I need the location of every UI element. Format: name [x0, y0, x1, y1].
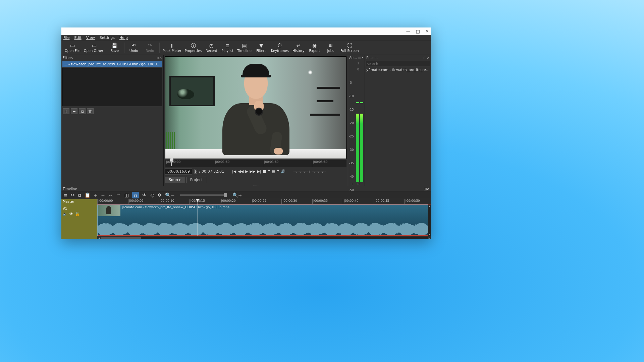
timeline-ripple-all-button[interactable]: ✻ [158, 192, 162, 198]
timeline-split-button[interactable]: ◫ [124, 192, 129, 198]
toolbar-redo[interactable]: ↷Redo [142, 41, 158, 55]
filters-source-name[interactable]: ... - ticwatch_pro_lte_review_GO0SGOwnZg… [62, 61, 162, 67]
toolbar-save[interactable]: 💾Save [107, 41, 122, 55]
timecode-current[interactable]: 00:00:16:09 [165, 168, 192, 175]
menu-help[interactable]: Help [119, 36, 128, 40]
timeline-tracks-area[interactable]: |00:00:00|00:00:05|00:00:10|00:00:15|00:… [97, 199, 431, 239]
toolbar-playlist[interactable]: ≣Playlist [220, 41, 235, 55]
rewind-button[interactable]: ◀◀ [238, 169, 244, 174]
timeline-vscrollbar[interactable]: ▴▾ [428, 204, 431, 236]
toolbar-timeline[interactable]: ▤Timeline [236, 41, 253, 55]
ruler-tick: |00:00:35 [312, 199, 328, 204]
timeline-label: Timeline [237, 49, 252, 53]
meter-scale-value: -35 [349, 162, 354, 165]
toolbar-undo[interactable]: ↶Undo [126, 41, 142, 55]
timeline-copy-button[interactable]: ⧉ [78, 192, 81, 198]
menu-file[interactable]: File [63, 36, 69, 40]
filters-panel-title: Filters [63, 56, 73, 60]
menu-edit[interactable]: Edit [74, 36, 81, 40]
tab-source[interactable]: Source [165, 177, 185, 183]
timeline-scrub-audio-button[interactable]: 👁 [142, 192, 147, 198]
filter-copy-button[interactable]: ⧉ [79, 108, 86, 114]
volume-button[interactable]: 🔊 [281, 169, 285, 174]
skip-start-button[interactable]: |◀ [232, 169, 236, 174]
timeline-lift-button[interactable]: ︿ [108, 192, 113, 198]
meter-scale-value: -25 [349, 135, 354, 138]
filters-panel: Filters ◫✕ ... - ticwatch_pro_lte_review… [61, 55, 164, 186]
maximize-button[interactable]: □ [416, 29, 420, 34]
filters-list[interactable] [62, 68, 162, 106]
close-button[interactable]: ✕ [425, 29, 429, 34]
timeline-snap-button[interactable]: ∩ [132, 192, 139, 198]
timeline-zoom-slider[interactable] [180, 194, 227, 196]
timeline-ripple-button[interactable]: ◎ [150, 192, 154, 198]
timeline-playhead[interactable] [198, 199, 198, 236]
filters-close-icon[interactable]: ✕ [159, 56, 162, 60]
recent-search-input[interactable] [366, 61, 430, 66]
tab-project[interactable]: Project [186, 177, 207, 183]
timeline-panel-title: Timeline [63, 187, 77, 191]
clip-thumbnail [98, 205, 120, 216]
keyframes-label: Keyframes [271, 49, 289, 53]
ruler-tick: |00:00:00 [97, 199, 113, 204]
timeline-track-label[interactable]: V1 [61, 206, 97, 211]
timeline-detach-icon[interactable]: ◫ [424, 187, 427, 191]
toolbar-jobs[interactable]: ≋Jobs [323, 41, 338, 55]
timeline-clip[interactable]: y2mate.com - ticwatch_pro_lte_review_GO0… [97, 204, 431, 236]
toolbar-full-screen[interactable]: ⛶Full Screen [339, 41, 360, 55]
timeline-paste-button[interactable]: 📋 [85, 192, 90, 198]
grid-button[interactable]: ▦ [272, 169, 275, 174]
toolbar-peak-meter[interactable]: ⫿Peak Meter [161, 41, 183, 55]
toolbar-properties[interactable]: ⓘProperties [183, 41, 203, 55]
timecode-spinner[interactable]: ▲▼ [194, 169, 197, 174]
video-preview[interactable] [165, 56, 346, 159]
panel-gripper[interactable]: ······ [164, 184, 348, 186]
track-lock-icon[interactable]: 🔓 [75, 212, 80, 216]
menu-view[interactable]: View [86, 36, 95, 40]
transport-bar: 00:00:16:09 ▲▼ / 00:07:32:01 |◀ ◀◀ ▶ ▶▶ … [165, 168, 346, 175]
toolbar-filters[interactable]: ▼Filters [254, 41, 269, 55]
timeline-close-icon[interactable]: ✕ [427, 187, 430, 191]
recent-close-icon[interactable]: ✕ [427, 56, 430, 60]
toolbar-open-file[interactable]: ▭Open File [63, 41, 82, 55]
timeline-hscrollbar[interactable]: ◂▸ [97, 236, 431, 239]
timeline-zoom-out-button[interactable]: 🔍− [165, 192, 175, 198]
timeline-menu-button[interactable]: ≡ [63, 192, 67, 198]
track-hide-icon[interactable]: 👁 [69, 212, 73, 216]
filter-add-button[interactable]: + [63, 108, 69, 114]
recent-detach-icon[interactable]: ◫ [423, 56, 426, 60]
meter-scale-value: -30 [349, 148, 354, 152]
recent-item[interactable]: y2mate.com - ticwatch_pro_lte_review_… [365, 67, 431, 72]
toolbar-open-other[interactable]: ▭Open Other` [83, 41, 106, 55]
timeline-cut-button[interactable]: ✂ [71, 192, 75, 198]
timeline-remove-button[interactable]: − [101, 192, 105, 198]
toolbar-keyframes[interactable]: ⏱Keyframes [270, 41, 290, 55]
toolbar-history[interactable]: ↩History [291, 41, 306, 55]
timeline-master-label[interactable]: Master [61, 199, 97, 204]
history-icon: ↩ [297, 43, 301, 48]
stop-button[interactable]: ■ [263, 169, 266, 174]
play-button[interactable]: ▶ [245, 169, 248, 174]
menu-settings[interactable]: Settings [100, 36, 115, 40]
ruler-tick: |00:00:45 [374, 199, 389, 204]
timeline-ruler[interactable]: |00:00:00|00:00:05|00:00:10|00:00:15|00:… [97, 199, 431, 204]
fast-forward-button[interactable]: ▶▶ [250, 169, 256, 174]
filters-detach-icon[interactable]: ◫ [156, 56, 159, 60]
toolbar-recent[interactable]: ◴Recent [204, 41, 219, 55]
timeline-add-button[interactable]: + [94, 192, 98, 198]
toolbar-export[interactable]: ◉Export [307, 41, 322, 55]
filter-paste-button[interactable]: 🗑 [87, 108, 94, 114]
timeline-overwrite-button[interactable]: ﹀ [116, 192, 121, 198]
filter-remove-button[interactable]: − [71, 108, 77, 114]
full-screen-label: Full Screen [340, 49, 359, 53]
minimize-button[interactable]: — [406, 29, 411, 34]
skip-end-button[interactable]: ▶| [257, 169, 261, 174]
meter-scale-value: 0 [357, 68, 359, 71]
meter-close-icon[interactable]: ✕ [361, 56, 364, 59]
audio-meter-title: Au… [349, 56, 357, 60]
preview-scrub-bar[interactable]: |00:00:00|00:01:60|00:03:60|00:05:60 [165, 160, 346, 167]
recent-label: Recent [206, 49, 217, 53]
track-mute-icon[interactable]: 🔈 [63, 212, 67, 216]
timeline-track-header: Master V1 🔈 👁 🔓 [61, 199, 97, 239]
timeline-zoom-in-button[interactable]: 🔍+ [232, 192, 242, 198]
